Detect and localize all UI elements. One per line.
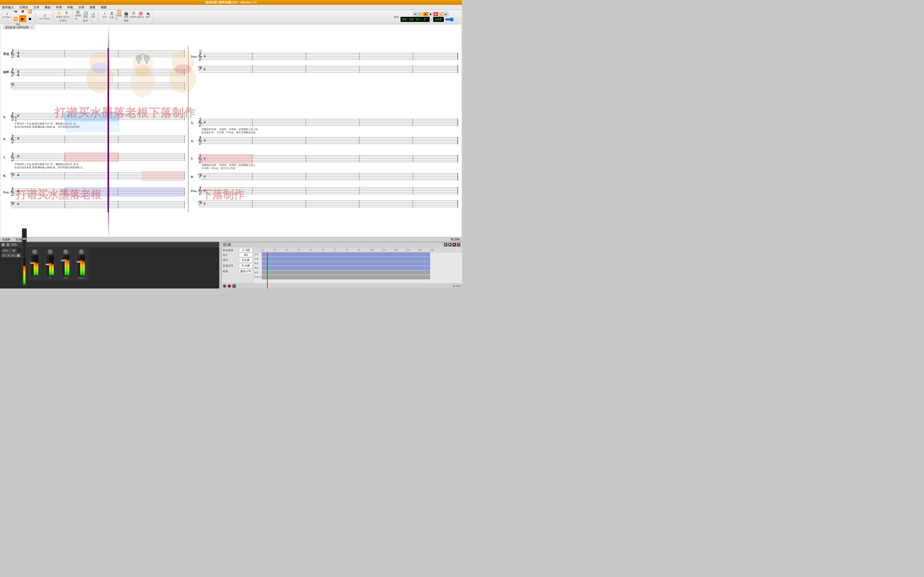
timeline-playback-btn[interactable] <box>223 284 226 288</box>
ruler-mark-6: 6 <box>322 247 324 252</box>
notes-btn[interactable]: ♪ 住宅 <box>101 11 108 18</box>
timeline-stop-btn[interactable]: ⏹ <box>448 243 452 247</box>
dynamics-btn[interactable]: 📊 力度 <box>89 11 96 18</box>
rewind-btn[interactable]: ⏪ <box>12 15 19 22</box>
tr-play[interactable]: ▶ <box>423 12 428 16</box>
rewind-start-btn[interactable]: ⏮ <box>12 8 19 15</box>
tr-stop[interactable]: ⏹ <box>428 12 433 16</box>
video-icon: 🎬 <box>124 11 128 16</box>
lyrics-btn[interactable]: 文 字幕 <box>108 11 115 18</box>
svg-text:B.: B. <box>3 174 6 177</box>
label-prop-label: 标题 <box>223 269 228 273</box>
tr-ff[interactable]: ⏩ <box>438 12 443 16</box>
knob-t[interactable] <box>32 249 37 255</box>
timeline-settings-btn[interactable]: ⚙ <box>457 243 460 247</box>
knob-piano[interactable] <box>79 249 84 255</box>
tr-end[interactable]: ⏭ <box>444 12 448 16</box>
tr-record[interactable]: ⏺ <box>433 12 438 16</box>
tr-rewind-start[interactable]: ⏮ <box>413 12 418 16</box>
stretch-label: 伸缩 <box>394 15 399 19</box>
timeline-record-btn2[interactable] <box>228 284 231 288</box>
svg-rect-88 <box>65 153 118 162</box>
svg-rect-194 <box>199 154 252 163</box>
svg-text:不分男，不分女，四方万人齐武: 不分男，不分女，四方万人齐武 <box>202 167 235 169</box>
menu-item-appearance[interactable]: 外观 <box>66 5 74 9</box>
svg-text:T.: T. <box>3 156 6 159</box>
knob-pno[interactable] <box>63 249 68 255</box>
record-btn[interactable]: ⏺ <box>19 8 26 15</box>
hitpoints-btn[interactable]: 🎯 融击点 <box>137 11 144 18</box>
key-prop-row: 调号 G大调 <box>223 258 252 263</box>
metronome-icon: 🎵 <box>43 15 46 18</box>
live-tempo-btn[interactable]: 🎵 Live Tempo <box>38 13 51 21</box>
mixer-close-btn[interactable]: ✕ <box>2 243 5 246</box>
status-bar: 无选择 实况最高 95.30% <box>0 237 462 242</box>
stop-btn[interactable]: ⏹ <box>26 15 34 22</box>
video-btn[interactable]: 🎬 视频 <box>123 11 130 18</box>
transport-label: 传输 <box>16 23 20 26</box>
menu-item-parts[interactable]: 分谱 <box>77 5 85 9</box>
fader-track-master <box>23 230 26 257</box>
resource-btn[interactable]: 📁 资源库 <box>56 11 63 18</box>
track-block-soprano[interactable] <box>262 253 430 257</box>
tr-rewind[interactable]: ⏪ <box>418 12 423 16</box>
knob-b[interactable] <box>48 249 53 255</box>
timeline-panel: ✕ 📌 时间轴 ▶ ⏹ ⏺ ⚙ 初始速度 ♩= 100 拍子 4/4 调号 G大… <box>221 242 462 288</box>
transform-btn[interactable]: 🔄 转换 <box>82 11 89 18</box>
repeat-btn[interactable]: 🔁 反复跳至 <box>115 11 123 18</box>
track-block-tenor[interactable] <box>262 261 430 266</box>
mixer-left-btn[interactable]: ◄ <box>6 253 11 257</box>
timeline-settings-btn2[interactable]: ⚙ <box>233 284 236 288</box>
ruler-mark-15: 15 <box>430 247 434 252</box>
timeline-close-btn[interactable]: ✕ <box>223 243 226 246</box>
play-btn[interactable]: ▶ <box>19 15 26 22</box>
fader-track-pno <box>62 256 65 276</box>
track-block-piano[interactable] <box>262 271 430 275</box>
playback-tools-label: 视频 <box>124 19 129 23</box>
track-block-bass[interactable] <box>262 266 430 270</box>
note-icon-tempo: ♩ <box>431 18 432 21</box>
timeline-rec-btn[interactable]: ⏺ <box>452 243 456 247</box>
realtime-btn[interactable]: 🎼 现场回放 <box>75 11 82 18</box>
mixer-grid-btn[interactable]: ⊞ <box>2 253 6 257</box>
checkpoint-btn[interactable]: 📍 标记点 <box>63 11 70 18</box>
timecode-btn[interactable]: ⏱ 时间码 <box>130 11 137 18</box>
svg-text:4: 4 <box>17 54 19 58</box>
fader-handle-master[interactable] <box>22 238 26 240</box>
mixer-mode-select[interactable]: 自动 手动 <box>2 249 16 253</box>
track-block-alto[interactable] <box>262 257 430 261</box>
note-input-btn[interactable]: ♩ 音符输入 <box>2 10 12 20</box>
mixer-right-btn[interactable]: ► <box>11 253 16 257</box>
svg-text:子弹消灭一个仇    敌;我们都是飞行    军，    哪: 子弹消灭一个仇 敌;我们都是飞行 军， 哪怕那山高水又 深 在 <box>15 163 79 166</box>
menu-item-view1[interactable]: 查看 <box>89 5 97 9</box>
ruler-mark-8: 8 <box>346 247 348 252</box>
svg-text:#: # <box>17 173 19 177</box>
fast-forward-btn[interactable]: ⏩ <box>26 8 34 15</box>
mixer-channel-b: B <box>43 248 58 280</box>
timeline-play-btn[interactable]: ▶ <box>444 243 447 247</box>
svg-text:𝄢: 𝄢 <box>197 65 202 73</box>
mixer-title: 键盘 <box>11 243 17 247</box>
tempo-display: 100 <box>433 17 444 22</box>
svg-text:无数的好兄弟，    没有吃，没有穿，自有那敌人送上: 无数的好兄弟， 没有吃，没有穿，自有那敌人送上 <box>202 164 255 166</box>
tempo-slider[interactable] <box>445 18 461 21</box>
hitpoints-icon: 🎯 <box>139 11 143 16</box>
svg-text:𝄢: 𝄢 <box>10 172 15 180</box>
lyrics-icon: 文 <box>110 11 114 16</box>
mixer-pin-btn[interactable]: 📌 <box>6 243 10 246</box>
timeline-properties: 初始速度 ♩= 100 拍子 4/4 调号 G大调 反复记号 G 大调 标题 题… <box>221 247 254 288</box>
svg-text:钢琴: 钢琴 <box>3 71 10 74</box>
track-label-pno2: [Piano] <box>254 276 262 278</box>
timeline-pin-btn[interactable]: 📌 <box>228 243 231 246</box>
mixer-save-btn[interactable]: 💾 <box>16 253 21 257</box>
svg-text:𝄞: 𝄞 <box>197 52 202 61</box>
mixer-toolbar: ⊞ ◄ ► 💾 <box>2 253 21 257</box>
menu-item-view2[interactable]: 视图 <box>100 5 108 9</box>
svg-text:Pno.: Pno. <box>191 55 197 58</box>
menu-item-layout[interactable]: 布局 <box>55 5 63 9</box>
plugin-btn[interactable]: 🔌 插件 <box>144 11 151 18</box>
menu-item-playback[interactable]: 播放 <box>44 5 52 9</box>
fader-track-b <box>47 256 49 276</box>
timeline-ruler: 1 2 3 4 5 6 7 8 9 10 11 12 13 14 15 <box>254 247 462 253</box>
track-block-piano2[interactable] <box>262 275 430 279</box>
